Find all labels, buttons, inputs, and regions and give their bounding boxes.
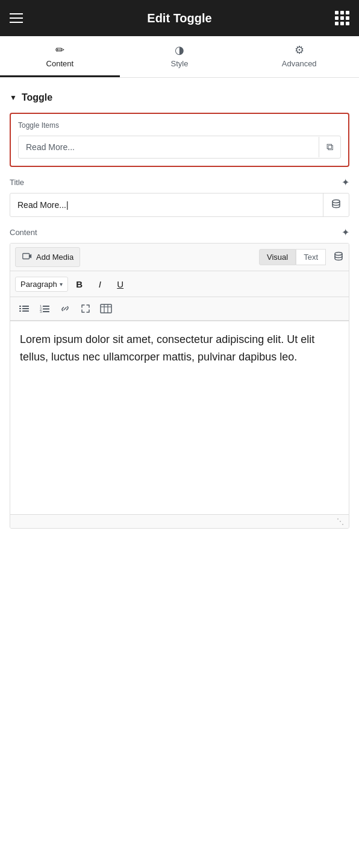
svg-rect-6	[22, 308, 29, 309]
title-input[interactable]	[10, 194, 323, 216]
svg-point-2	[335, 252, 342, 255]
svg-rect-7	[19, 310, 21, 312]
format-toolbar-2: 1. 2. 3.	[10, 297, 349, 321]
title-db-icon[interactable]	[323, 193, 349, 216]
svg-rect-1	[23, 254, 30, 259]
content-label: Content	[10, 228, 37, 237]
collapse-arrow-icon[interactable]: ▼	[10, 93, 17, 102]
editor-top-bar: Add Media Visual Text	[10, 244, 349, 271]
toggle-items-box: Toggle Items Read More... ⧉	[10, 113, 349, 167]
svg-rect-12	[43, 309, 49, 310]
tab-bar: ✏ Content ◑ Style ⚙ Advanced	[0, 36, 359, 78]
title-field-label-row: Title ✦	[10, 177, 349, 188]
underline-button[interactable]: U	[111, 275, 130, 293]
view-tabs: Visual Text	[259, 249, 326, 265]
svg-rect-15	[101, 304, 111, 313]
add-media-label: Add Media	[36, 253, 73, 262]
section-title: Toggle	[22, 92, 52, 103]
editor-db-icon[interactable]	[333, 251, 344, 264]
menu-icon[interactable]	[10, 13, 23, 23]
toggle-item-row: Read More... ⧉	[18, 136, 341, 159]
main-content: ▼ Toggle Toggle Items Read More... ⧉ Tit…	[0, 78, 359, 868]
unordered-list-icon[interactable]	[15, 300, 33, 318]
toggle-section-header: ▼ Toggle	[10, 92, 349, 103]
tab-style-label: Style	[171, 59, 189, 68]
gear-icon: ⚙	[295, 45, 304, 55]
content-ai-icon[interactable]: ✦	[342, 227, 349, 238]
paragraph-select[interactable]: Paragraph ▾	[15, 277, 68, 292]
tab-advanced[interactable]: ⚙ Advanced	[239, 36, 359, 77]
italic-button[interactable]: I	[91, 275, 109, 293]
title-input-row	[10, 193, 349, 217]
svg-point-0	[332, 200, 340, 203]
editor-body-text: Lorem ipsum dolor sit amet, consectetur …	[20, 333, 314, 363]
svg-rect-5	[19, 308, 21, 309]
half-circle-icon: ◑	[175, 45, 184, 55]
svg-rect-14	[43, 311, 49, 312]
content-field-label-row: Content ✦	[10, 227, 349, 238]
toggle-item-text: Read More...	[19, 136, 319, 158]
svg-rect-4	[22, 306, 29, 307]
title-label: Title	[10, 178, 24, 187]
header: Edit Toggle	[0, 0, 359, 36]
svg-text:3.: 3.	[40, 310, 43, 313]
media-icon	[22, 251, 33, 263]
svg-rect-8	[22, 310, 29, 312]
title-ai-icon[interactable]: ✦	[342, 177, 349, 188]
tab-content[interactable]: ✏ Content	[0, 36, 120, 77]
resize-icon: ⋱	[337, 517, 344, 526]
text-tab[interactable]: Text	[296, 249, 326, 265]
toggle-items-label: Toggle Items	[18, 121, 341, 130]
bold-button[interactable]: B	[70, 275, 89, 293]
svg-rect-3	[19, 306, 21, 307]
copy-icon[interactable]: ⧉	[319, 137, 340, 157]
tab-advanced-label: Advanced	[282, 59, 317, 68]
table-icon[interactable]	[97, 300, 115, 318]
tab-content-label: Content	[46, 59, 74, 68]
paragraph-chevron-icon: ▾	[60, 281, 63, 288]
visual-tab[interactable]: Visual	[259, 249, 296, 265]
svg-rect-10	[43, 306, 49, 307]
paragraph-label: Paragraph	[20, 280, 57, 289]
ordered-list-icon[interactable]: 1. 2. 3.	[36, 300, 54, 318]
fullscreen-icon[interactable]	[76, 300, 95, 318]
editor-content-area[interactable]: Lorem ipsum dolor sit amet, consectetur …	[10, 321, 349, 514]
add-media-button[interactable]: Add Media	[15, 247, 80, 267]
format-toolbar: Paragraph ▾ B I U	[10, 271, 349, 297]
tab-style[interactable]: ◑ Style	[120, 36, 240, 77]
link-icon[interactable]	[56, 300, 74, 318]
content-editor: Add Media Visual Text Paragraph ▾ B I	[10, 243, 349, 529]
editor-footer: ⋱	[10, 514, 349, 528]
page-title: Edit Toggle	[147, 11, 211, 25]
pencil-icon: ✏	[55, 45, 64, 55]
apps-icon[interactable]	[335, 11, 349, 25]
